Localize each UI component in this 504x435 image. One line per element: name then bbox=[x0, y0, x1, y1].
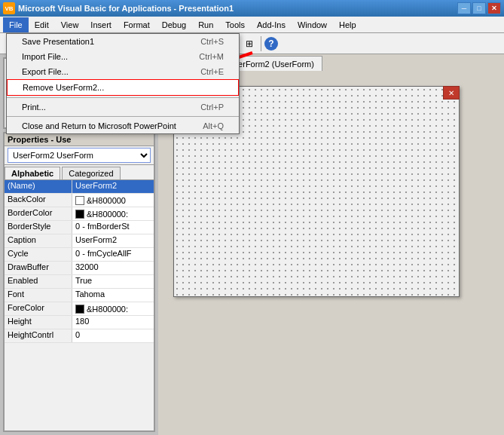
dropdown-overlay: Save Presentation1 Ctrl+S Import File...… bbox=[0, 0, 504, 435]
menu-sep-1 bbox=[7, 97, 239, 98]
menu-sep-2 bbox=[7, 116, 239, 117]
menu-export[interactable]: Export File... Ctrl+E bbox=[7, 64, 239, 79]
menu-save[interactable]: Save Presentation1 Ctrl+S bbox=[7, 34, 239, 49]
menu-close-return[interactable]: Close and Return to Microsoft PowerPoint… bbox=[7, 118, 239, 133]
menu-remove-userform[interactable]: Remove UserForm2... bbox=[7, 79, 239, 96]
menu-import[interactable]: Import File... Ctrl+M bbox=[7, 49, 239, 64]
file-menu-dropdown: Save Presentation1 Ctrl+S Import File...… bbox=[6, 33, 240, 134]
menu-print[interactable]: Print... Ctrl+P bbox=[7, 100, 239, 115]
